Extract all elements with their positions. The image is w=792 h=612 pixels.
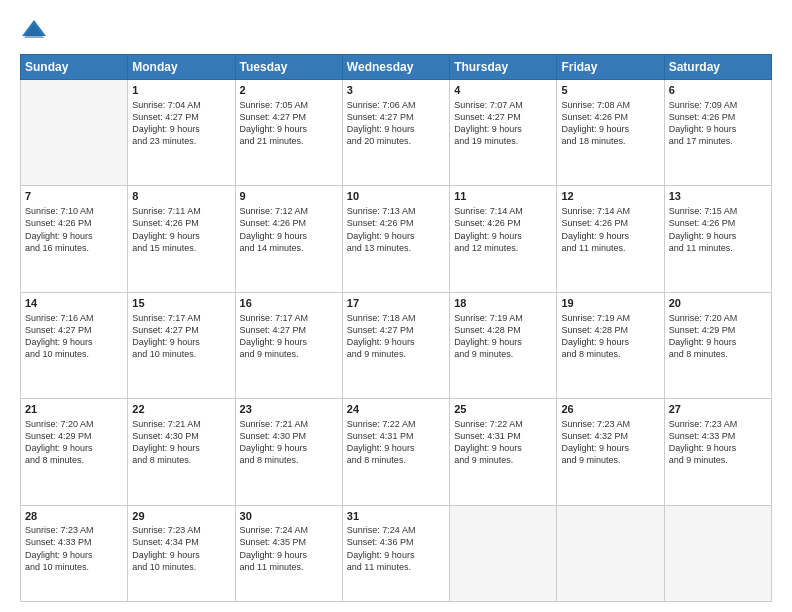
- day-number: 10: [347, 189, 445, 204]
- day-number: 8: [132, 189, 230, 204]
- calendar-week-1: 1Sunrise: 7:04 AMSunset: 4:27 PMDaylight…: [21, 80, 772, 186]
- calendar-cell: 10Sunrise: 7:13 AMSunset: 4:26 PMDayligh…: [342, 186, 449, 292]
- day-number: 21: [25, 402, 123, 417]
- header: [20, 16, 772, 44]
- day-number: 25: [454, 402, 552, 417]
- calendar-cell: 6Sunrise: 7:09 AMSunset: 4:26 PMDaylight…: [664, 80, 771, 186]
- calendar-cell: 30Sunrise: 7:24 AMSunset: 4:35 PMDayligh…: [235, 505, 342, 602]
- day-number: 14: [25, 296, 123, 311]
- calendar-cell: 16Sunrise: 7:17 AMSunset: 4:27 PMDayligh…: [235, 292, 342, 398]
- day-info: Sunrise: 7:20 AMSunset: 4:29 PMDaylight:…: [669, 312, 767, 361]
- day-number: 17: [347, 296, 445, 311]
- weekday-header-friday: Friday: [557, 55, 664, 80]
- logo-icon: [20, 16, 48, 44]
- weekday-header-wednesday: Wednesday: [342, 55, 449, 80]
- calendar-cell: 28Sunrise: 7:23 AMSunset: 4:33 PMDayligh…: [21, 505, 128, 602]
- day-info: Sunrise: 7:13 AMSunset: 4:26 PMDaylight:…: [347, 205, 445, 254]
- calendar-cell: 20Sunrise: 7:20 AMSunset: 4:29 PMDayligh…: [664, 292, 771, 398]
- calendar-cell: 11Sunrise: 7:14 AMSunset: 4:26 PMDayligh…: [450, 186, 557, 292]
- calendar-cell: 18Sunrise: 7:19 AMSunset: 4:28 PMDayligh…: [450, 292, 557, 398]
- day-number: 9: [240, 189, 338, 204]
- day-info: Sunrise: 7:23 AMSunset: 4:33 PMDaylight:…: [669, 418, 767, 467]
- day-number: 23: [240, 402, 338, 417]
- day-info: Sunrise: 7:12 AMSunset: 4:26 PMDaylight:…: [240, 205, 338, 254]
- day-number: 20: [669, 296, 767, 311]
- page: SundayMondayTuesdayWednesdayThursdayFrid…: [0, 0, 792, 612]
- weekday-header-saturday: Saturday: [664, 55, 771, 80]
- day-info: Sunrise: 7:18 AMSunset: 4:27 PMDaylight:…: [347, 312, 445, 361]
- calendar-cell: 23Sunrise: 7:21 AMSunset: 4:30 PMDayligh…: [235, 399, 342, 505]
- calendar-cell: 4Sunrise: 7:07 AMSunset: 4:27 PMDaylight…: [450, 80, 557, 186]
- day-info: Sunrise: 7:23 AMSunset: 4:34 PMDaylight:…: [132, 524, 230, 573]
- calendar-cell: 22Sunrise: 7:21 AMSunset: 4:30 PMDayligh…: [128, 399, 235, 505]
- day-info: Sunrise: 7:24 AMSunset: 4:35 PMDaylight:…: [240, 524, 338, 573]
- calendar-cell: [664, 505, 771, 602]
- day-info: Sunrise: 7:08 AMSunset: 4:26 PMDaylight:…: [561, 99, 659, 148]
- calendar-cell: 12Sunrise: 7:14 AMSunset: 4:26 PMDayligh…: [557, 186, 664, 292]
- day-number: 28: [25, 509, 123, 524]
- day-info: Sunrise: 7:11 AMSunset: 4:26 PMDaylight:…: [132, 205, 230, 254]
- weekday-header-thursday: Thursday: [450, 55, 557, 80]
- calendar-cell: 31Sunrise: 7:24 AMSunset: 4:36 PMDayligh…: [342, 505, 449, 602]
- day-info: Sunrise: 7:04 AMSunset: 4:27 PMDaylight:…: [132, 99, 230, 148]
- day-info: Sunrise: 7:21 AMSunset: 4:30 PMDaylight:…: [132, 418, 230, 467]
- calendar-cell: [21, 80, 128, 186]
- weekday-header-sunday: Sunday: [21, 55, 128, 80]
- day-number: 29: [132, 509, 230, 524]
- day-number: 19: [561, 296, 659, 311]
- calendar-cell: 26Sunrise: 7:23 AMSunset: 4:32 PMDayligh…: [557, 399, 664, 505]
- day-number: 11: [454, 189, 552, 204]
- day-info: Sunrise: 7:09 AMSunset: 4:26 PMDaylight:…: [669, 99, 767, 148]
- calendar-cell: 25Sunrise: 7:22 AMSunset: 4:31 PMDayligh…: [450, 399, 557, 505]
- calendar-cell: 24Sunrise: 7:22 AMSunset: 4:31 PMDayligh…: [342, 399, 449, 505]
- day-info: Sunrise: 7:22 AMSunset: 4:31 PMDaylight:…: [347, 418, 445, 467]
- day-number: 30: [240, 509, 338, 524]
- calendar-week-4: 21Sunrise: 7:20 AMSunset: 4:29 PMDayligh…: [21, 399, 772, 505]
- day-info: Sunrise: 7:07 AMSunset: 4:27 PMDaylight:…: [454, 99, 552, 148]
- day-number: 1: [132, 83, 230, 98]
- day-number: 12: [561, 189, 659, 204]
- day-info: Sunrise: 7:22 AMSunset: 4:31 PMDaylight:…: [454, 418, 552, 467]
- calendar-cell: 13Sunrise: 7:15 AMSunset: 4:26 PMDayligh…: [664, 186, 771, 292]
- day-number: 22: [132, 402, 230, 417]
- day-number: 18: [454, 296, 552, 311]
- calendar-cell: [450, 505, 557, 602]
- calendar-cell: 14Sunrise: 7:16 AMSunset: 4:27 PMDayligh…: [21, 292, 128, 398]
- day-number: 3: [347, 83, 445, 98]
- calendar-cell: 2Sunrise: 7:05 AMSunset: 4:27 PMDaylight…: [235, 80, 342, 186]
- day-number: 31: [347, 509, 445, 524]
- day-info: Sunrise: 7:17 AMSunset: 4:27 PMDaylight:…: [240, 312, 338, 361]
- day-number: 5: [561, 83, 659, 98]
- day-info: Sunrise: 7:23 AMSunset: 4:33 PMDaylight:…: [25, 524, 123, 573]
- weekday-header-monday: Monday: [128, 55, 235, 80]
- day-number: 13: [669, 189, 767, 204]
- day-info: Sunrise: 7:15 AMSunset: 4:26 PMDaylight:…: [669, 205, 767, 254]
- calendar-cell: 19Sunrise: 7:19 AMSunset: 4:28 PMDayligh…: [557, 292, 664, 398]
- weekday-header-row: SundayMondayTuesdayWednesdayThursdayFrid…: [21, 55, 772, 80]
- day-info: Sunrise: 7:19 AMSunset: 4:28 PMDaylight:…: [561, 312, 659, 361]
- day-info: Sunrise: 7:21 AMSunset: 4:30 PMDaylight:…: [240, 418, 338, 467]
- day-number: 4: [454, 83, 552, 98]
- day-info: Sunrise: 7:20 AMSunset: 4:29 PMDaylight:…: [25, 418, 123, 467]
- calendar-cell: 8Sunrise: 7:11 AMSunset: 4:26 PMDaylight…: [128, 186, 235, 292]
- calendar-cell: 15Sunrise: 7:17 AMSunset: 4:27 PMDayligh…: [128, 292, 235, 398]
- weekday-header-tuesday: Tuesday: [235, 55, 342, 80]
- day-info: Sunrise: 7:14 AMSunset: 4:26 PMDaylight:…: [561, 205, 659, 254]
- calendar-cell: 27Sunrise: 7:23 AMSunset: 4:33 PMDayligh…: [664, 399, 771, 505]
- calendar-cell: 17Sunrise: 7:18 AMSunset: 4:27 PMDayligh…: [342, 292, 449, 398]
- day-info: Sunrise: 7:17 AMSunset: 4:27 PMDaylight:…: [132, 312, 230, 361]
- day-number: 27: [669, 402, 767, 417]
- day-number: 24: [347, 402, 445, 417]
- day-number: 26: [561, 402, 659, 417]
- day-info: Sunrise: 7:10 AMSunset: 4:26 PMDaylight:…: [25, 205, 123, 254]
- day-info: Sunrise: 7:06 AMSunset: 4:27 PMDaylight:…: [347, 99, 445, 148]
- calendar-cell: 5Sunrise: 7:08 AMSunset: 4:26 PMDaylight…: [557, 80, 664, 186]
- calendar-cell: [557, 505, 664, 602]
- logo: [20, 16, 52, 44]
- calendar-table: SundayMondayTuesdayWednesdayThursdayFrid…: [20, 54, 772, 602]
- day-info: Sunrise: 7:14 AMSunset: 4:26 PMDaylight:…: [454, 205, 552, 254]
- day-number: 15: [132, 296, 230, 311]
- calendar-cell: 9Sunrise: 7:12 AMSunset: 4:26 PMDaylight…: [235, 186, 342, 292]
- day-number: 6: [669, 83, 767, 98]
- day-info: Sunrise: 7:19 AMSunset: 4:28 PMDaylight:…: [454, 312, 552, 361]
